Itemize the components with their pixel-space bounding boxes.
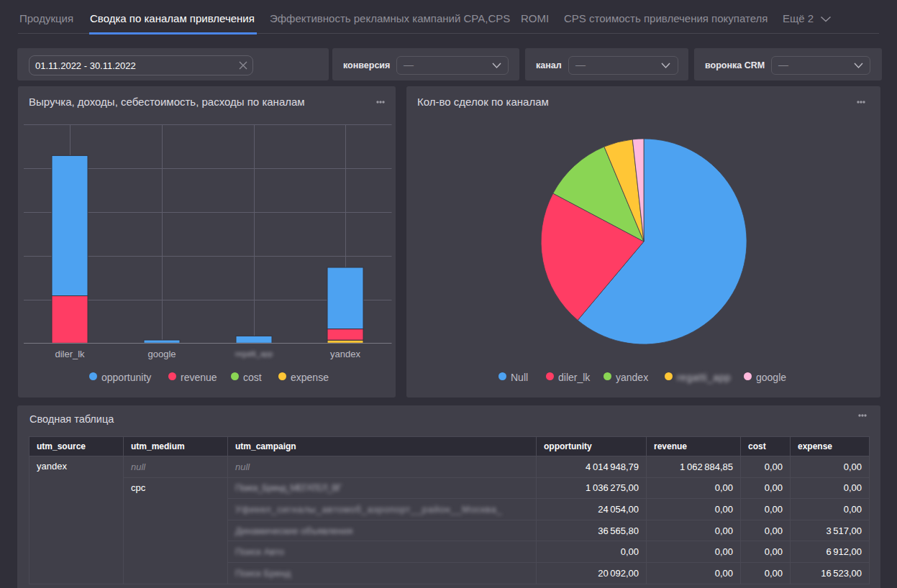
- svg-text:yandex: yandex: [330, 349, 360, 359]
- svg-text:diler_lk: diler_lk: [55, 349, 85, 359]
- svg-text:google: google: [147, 349, 176, 359]
- svg-text:regatti_app: regatti_app: [235, 349, 273, 358]
